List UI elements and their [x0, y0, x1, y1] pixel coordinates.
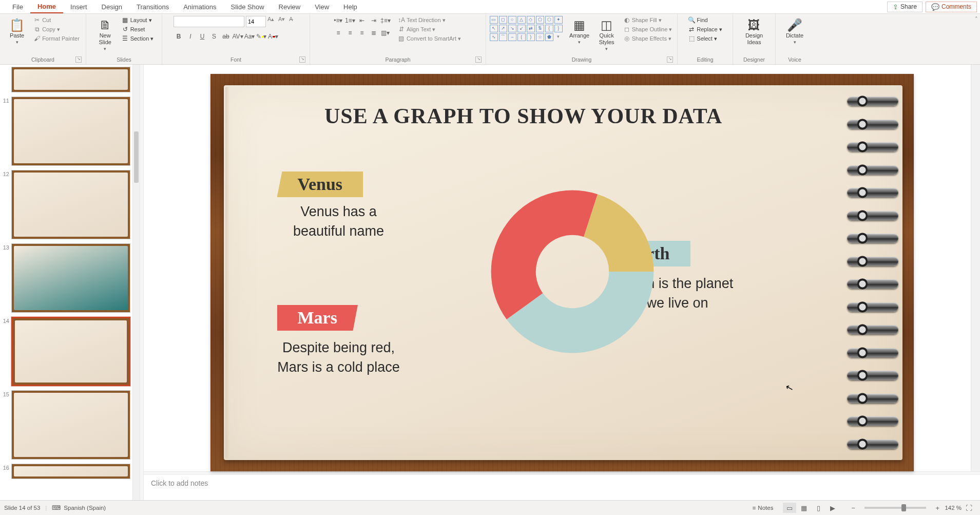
group-label-font: Font	[230, 56, 241, 63]
clear-format-button[interactable]: A̶	[289, 16, 298, 27]
slide-thumbnail[interactable]: 15	[0, 390, 130, 460]
donut-chart[interactable]	[488, 187, 657, 356]
tab-review[interactable]: Review	[272, 1, 308, 13]
mars-tape-label[interactable]: Mars	[277, 305, 358, 331]
text-direction-button[interactable]: ↕AText Direction ▾	[396, 16, 463, 24]
numbering-button[interactable]: 1≡▾	[345, 16, 355, 25]
reset-label: Reset	[130, 26, 145, 32]
reset-button[interactable]: ↺Reset	[120, 25, 156, 33]
editor-scrollbar[interactable]	[971, 65, 980, 471]
share-button[interactable]: ⇪ Share	[887, 2, 923, 12]
status-language[interactable]: Spanish (Spain)	[64, 505, 106, 511]
align-center-button[interactable]: ≡	[345, 28, 355, 37]
zoom-slider-knob[interactable]	[901, 504, 906, 511]
slide-thumbnail[interactable]: 12	[0, 170, 130, 239]
slide-thumbnail[interactable]: 16	[0, 464, 130, 479]
scrollbar-thumb[interactable]	[134, 131, 139, 183]
outdent-button[interactable]: ⇤	[357, 16, 367, 25]
align-left-button[interactable]: ≡	[333, 28, 343, 37]
section-button[interactable]: ☰Section ▾	[120, 34, 156, 43]
spacing-button[interactable]: AV▾	[233, 32, 243, 41]
zoom-out-button[interactable]: −	[847, 503, 860, 513]
shape-fill-button[interactable]: ◐Shape Fill ▾	[622, 16, 674, 24]
increase-font-button[interactable]: A▴	[267, 16, 277, 27]
line-spacing-button[interactable]: ‡≡▾	[380, 16, 391, 25]
quick-styles-button[interactable]: ◫ Quick Styles ▾	[594, 16, 619, 53]
shadow-button[interactable]: S	[209, 32, 219, 41]
columns-button[interactable]: ▥▾	[380, 28, 391, 37]
replace-button[interactable]: ⇄Replace ▾	[686, 25, 723, 33]
group-label-editing: Editing	[681, 55, 729, 64]
slide-thumbnail[interactable]: 13	[0, 243, 130, 313]
normal-view-button[interactable]: ▭	[783, 503, 796, 513]
zoom-percent[interactable]: 142 %	[945, 505, 962, 511]
mars-description[interactable]: Despite being red, Mars is a cold place	[262, 338, 416, 377]
paste-button[interactable]: 📋 Paste ▾	[5, 16, 29, 47]
slide-title[interactable]: USE A GRAPH TO SHOW YOUR DATA	[210, 104, 837, 128]
panel-splitter[interactable]	[140, 65, 144, 500]
slideshow-view-button[interactable]: ▶	[826, 503, 839, 513]
shape-effects-button[interactable]: ◎Shape Effects ▾	[622, 34, 674, 43]
venus-description[interactable]: Venus has a beautiful name	[272, 202, 406, 241]
italic-button[interactable]: I	[185, 32, 196, 41]
convert-smartart-button[interactable]: ▧Convert to SmartArt ▾	[396, 34, 463, 43]
slide-canvas-area[interactable]: USE A GRAPH TO SHOW YOUR DATA Venus Venu…	[144, 65, 980, 471]
decrease-font-button[interactable]: A▾	[278, 16, 287, 27]
venus-tape-label[interactable]: Venus	[277, 171, 363, 197]
sorter-view-button[interactable]: ▦	[797, 503, 811, 513]
notes-pane[interactable]: Click to add notes	[144, 474, 980, 500]
slide-thumbnail[interactable]	[0, 67, 130, 92]
slide[interactable]: USE A GRAPH TO SHOW YOUR DATA Venus Venu…	[210, 74, 914, 471]
tab-transitions[interactable]: Transitions	[129, 1, 176, 13]
highlight-button[interactable]: ✎▾	[256, 32, 266, 41]
strike-button[interactable]: ab	[221, 32, 231, 41]
dialog-launcher-icon[interactable]: ↘	[75, 56, 82, 63]
find-button[interactable]: 🔍Find	[686, 16, 723, 24]
shape-gallery[interactable]: ▭◻○△◇⬠⬡✦ ↖↗↘↙⇄⇅{} ∿⌒⌢()☆⬟▾	[490, 16, 563, 41]
justify-button[interactable]: ≣	[369, 28, 379, 37]
case-button[interactable]: Aa▾	[244, 32, 255, 41]
tab-file[interactable]: File	[5, 1, 30, 13]
new-slide-button[interactable]: 🗎 New Slide ▾	[93, 16, 118, 53]
font-name-field[interactable]	[174, 16, 244, 27]
bold-button[interactable]: B	[174, 32, 184, 41]
tab-animations[interactable]: Animations	[176, 1, 223, 13]
layout-button[interactable]: ▦Layout ▾	[120, 16, 156, 24]
chevron-down-icon: ▾	[104, 46, 106, 52]
fit-to-window-button[interactable]: ⛶	[962, 503, 975, 513]
zoom-slider[interactable]	[864, 507, 926, 509]
align-right-button[interactable]: ≡	[357, 28, 367, 37]
dictate-button[interactable]: 🎤 Dictate ▾	[782, 16, 807, 47]
tab-help[interactable]: Help	[336, 1, 364, 13]
tab-design[interactable]: Design	[94, 1, 129, 13]
indent-button[interactable]: ⇥	[369, 16, 379, 25]
underline-button[interactable]: U	[197, 32, 207, 41]
dialog-launcher-icon[interactable]: ↘	[667, 56, 673, 63]
tab-slideshow[interactable]: Slide Show	[223, 1, 271, 13]
bullets-button[interactable]: •≡▾	[333, 16, 343, 25]
slide-thumbnail[interactable]: 14	[0, 317, 130, 386]
arrange-button[interactable]: ▦ Arrange ▾	[567, 16, 592, 47]
comments-button[interactable]: 💬 Comments	[926, 2, 977, 12]
select-button[interactable]: ⬚Select ▾	[686, 34, 723, 43]
design-ideas-button[interactable]: 🖼 Design Ideas	[742, 16, 766, 47]
slide-thumbnail[interactable]: 11	[0, 97, 130, 166]
tab-view[interactable]: View	[308, 1, 336, 13]
dialog-launcher-icon[interactable]: ↘	[475, 56, 482, 63]
format-painter-button[interactable]: 🖌Format Painter	[32, 34, 81, 43]
notes-toggle-button[interactable]: Notes	[758, 505, 773, 511]
collapse-ribbon-icon[interactable]: ˄	[975, 16, 978, 23]
thumbnail-scrollbar[interactable]	[132, 65, 140, 500]
copy-button[interactable]: ⧉Copy ▾	[32, 25, 81, 33]
font-color-button[interactable]: A▾	[268, 32, 278, 41]
tab-home[interactable]: Home	[30, 1, 63, 13]
reading-view-button[interactable]: ▯	[812, 503, 825, 513]
cut-button[interactable]: ✂Cut	[32, 16, 81, 24]
tab-insert[interactable]: Insert	[63, 1, 94, 13]
align-text-button[interactable]: ⇵Align Text ▾	[396, 25, 463, 33]
font-size-field[interactable]	[246, 16, 266, 27]
zoom-in-button[interactable]: +	[931, 503, 944, 513]
dialog-launcher-icon[interactable]: ↘	[299, 56, 305, 63]
accessibility-icon[interactable]: ⌨	[52, 504, 61, 511]
shape-outline-button[interactable]: ◻Shape Outline ▾	[622, 25, 674, 33]
